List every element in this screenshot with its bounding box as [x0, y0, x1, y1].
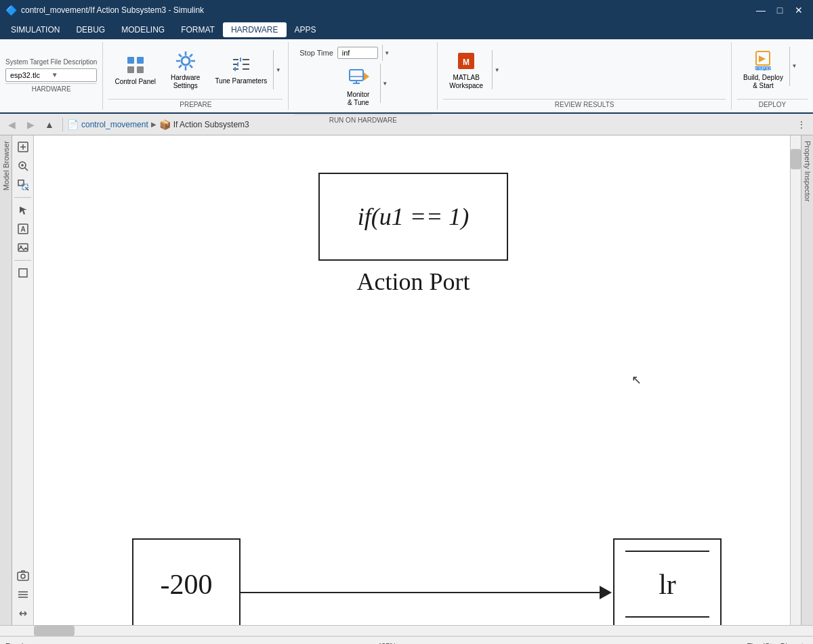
menu-simulation[interactable]: SIMULATION [3, 22, 68, 37]
image-tool-button[interactable] [14, 239, 32, 257]
svg-point-41 [21, 574, 25, 578]
maximize-button[interactable]: □ [771, 3, 789, 17]
menu-hardware[interactable]: HARDWARE [223, 22, 287, 37]
svg-text:M: M [463, 58, 470, 67]
stop-time-dropdown[interactable]: ▼ [382, 45, 392, 61]
system-target-dropdown[interactable]: esp32.tlc ▼ [5, 68, 97, 82]
svg-rect-14 [350, 70, 363, 81]
window-title: control_movement/If Action Subsystem3 - … [21, 5, 204, 15]
simulink-canvas[interactable]: if(u1 == 1) Action Port -200 lr ↖ [34, 135, 801, 625]
title-bar: 🔷 control_movement/If Action Subsystem3 … [0, 0, 813, 20]
svg-rect-5 [233, 59, 238, 60]
svg-rect-0 [127, 57, 134, 64]
forward-button[interactable]: ▶ [22, 116, 39, 133]
camera-button[interactable] [14, 567, 32, 584]
minimize-button[interactable]: — [752, 3, 770, 17]
zoom-region-button[interactable] [14, 176, 32, 194]
solver-text: FixedStepDiscrete [747, 642, 808, 645]
hardware-settings-button[interactable]: HardwareSettings [165, 47, 206, 93]
close-button[interactable]: ✕ [790, 3, 808, 17]
svg-rect-10 [234, 67, 236, 71]
model-icon: 📄 [67, 119, 79, 130]
arrow-head-icon [600, 586, 612, 599]
menu-format[interactable]: FORMAT [173, 22, 223, 37]
svg-rect-2 [127, 66, 134, 73]
left-toolbar: A [12, 135, 34, 625]
constant-block[interactable]: -200 [132, 538, 241, 625]
svg-text:ESP32: ESP32 [755, 66, 772, 72]
build-deploy-icon: ESP32 [752, 50, 774, 72]
list-button[interactable] [14, 586, 32, 603]
mouse-cursor: ↖ [631, 372, 642, 387]
collapse-button[interactable] [14, 605, 32, 622]
svg-point-4 [182, 57, 190, 65]
tune-parameters-label: Tune Parameters [215, 77, 267, 85]
text-tool-button[interactable]: A [14, 220, 32, 238]
control-panel-icon [125, 54, 146, 76]
hardware-settings-label: HardwareSettings [171, 74, 200, 90]
svg-rect-11 [243, 59, 249, 60]
if-block[interactable]: if(u1 == 1) [318, 173, 508, 261]
constant-value: -200 [161, 568, 213, 601]
deploy-section-label: DEPLOY [737, 99, 808, 110]
property-inspector-panel: Property Inspector [801, 135, 813, 625]
dropdown-arrow-icon: ▼ [51, 71, 93, 79]
build-deploy-label: Build, Deploy& Start [743, 74, 783, 90]
review-dropdown[interactable]: ▼ [492, 50, 501, 89]
up-button[interactable]: ▲ [41, 116, 58, 133]
model-browser-tab[interactable]: Model Browser [1, 135, 12, 196]
matlab-workspace-icon: M [455, 50, 477, 72]
prepare-section-label: PREPARE [108, 99, 283, 110]
vertical-scrollbar[interactable] [790, 135, 801, 625]
svg-line-29 [24, 168, 28, 171]
menu-modeling[interactable]: MODELING [113, 22, 173, 37]
menu-debug[interactable]: DEBUG [68, 22, 113, 37]
back-button[interactable]: ◀ [3, 116, 20, 133]
menu-apps[interactable]: APPS [287, 22, 325, 37]
horizontal-scrollbar-thumb[interactable] [34, 626, 75, 636]
arrow-tool-button[interactable] [14, 201, 32, 219]
status-text: Ready [5, 642, 27, 645]
system-target-section: System Target File Description esp32.tlc… [0, 42, 103, 110]
svg-text:A: A [20, 226, 25, 233]
run-section: Stop Time ▼ [289, 42, 438, 110]
connection-line [241, 586, 612, 599]
deploy-section: ESP32 Build, Deploy& Start ▼ DEPLOY [732, 42, 813, 110]
fit-view-button[interactable] [14, 138, 32, 156]
port-tool-button[interactable] [14, 264, 32, 282]
monitor-tune-label: Monitor& Tune [347, 91, 369, 107]
review-section: M MATLABWorkspace ▼ REVIEW RESULTS [438, 42, 732, 110]
property-inspector-tab[interactable]: Property Inspector [802, 135, 813, 207]
output-block[interactable]: lr [613, 538, 722, 625]
monitor-tune-dropdown[interactable]: ▼ [380, 64, 390, 103]
review-section-label: REVIEW RESULTS [443, 99, 726, 110]
stop-time-label: Stop Time [299, 49, 333, 57]
property-inspector-toggle[interactable]: ⋮ [793, 116, 810, 133]
monitor-tune-icon [348, 67, 369, 89]
breadcrumb-model[interactable]: control_movement [81, 120, 148, 129]
output-label: lr [659, 552, 676, 616]
output-bottom-line [625, 616, 710, 618]
breadcrumb: 📄 control_movement ▶ 📦 If Action Subsyst… [67, 119, 791, 130]
zoom-in-button[interactable] [14, 157, 32, 175]
svg-rect-1 [137, 57, 144, 64]
matlab-workspace-label: MATLABWorkspace [449, 74, 483, 90]
stop-time-input[interactable] [337, 47, 378, 59]
control-panel-button[interactable]: Control Panel [108, 51, 162, 89]
svg-rect-8 [237, 62, 238, 66]
svg-marker-18 [364, 72, 369, 81]
prepare-section: Control Panel HardwareSettings [103, 42, 289, 110]
tune-parameters-button[interactable]: Tune Parameters [209, 50, 273, 89]
svg-rect-40 [18, 572, 28, 580]
svg-rect-37 [18, 244, 28, 251]
build-deploy-button[interactable]: ESP32 Build, Deploy& Start [737, 47, 789, 93]
monitor-tune-button[interactable]: Monitor& Tune [337, 64, 380, 110]
build-dropdown[interactable]: ▼ [789, 47, 799, 86]
tune-parameters-dropdown-arrow[interactable]: ▼ [273, 50, 283, 89]
svg-rect-6 [240, 58, 241, 62]
tune-parameters-icon [230, 53, 252, 75]
status-bar: Ready 465% FixedStepDiscrete [0, 636, 813, 644]
hardware-section-label: HARDWARE [5, 83, 97, 94]
matlab-workspace-button[interactable]: M MATLABWorkspace [443, 47, 489, 93]
ribbon: System Target File Description esp32.tlc… [0, 39, 813, 114]
